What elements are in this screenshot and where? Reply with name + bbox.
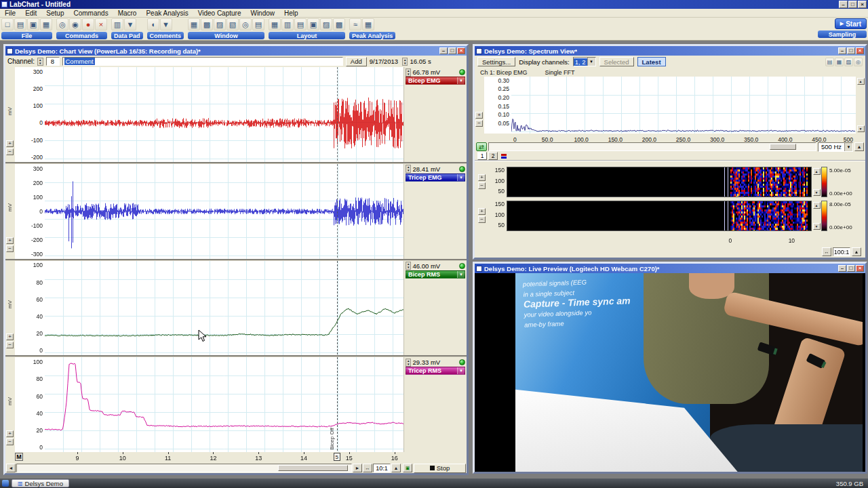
signal-plot[interactable]: Bicep Off	[45, 357, 403, 452]
time-stepper[interactable]: ▲▼	[402, 58, 408, 66]
minimize-button[interactable]: –	[838, 265, 846, 272]
restore-button[interactable]: □	[847, 265, 855, 272]
tab-channel-2[interactable]: 2	[488, 152, 498, 160]
value-stepper[interactable]: ▲▼	[406, 68, 411, 77]
restore-button[interactable]: □	[448, 47, 456, 54]
latest-button[interactable]: Latest	[637, 57, 666, 66]
channel-status-icon[interactable]	[459, 263, 465, 269]
channel-status-icon[interactable]	[459, 69, 465, 75]
toolbar-group-label[interactable]: Data Pad	[111, 32, 143, 39]
settings-icon[interactable]: ◎	[854, 58, 863, 66]
zoom-out-button[interactable]: −	[478, 182, 486, 189]
minimize-button[interactable]: –	[439, 47, 448, 54]
app-close-button[interactable]: ×	[858, 1, 867, 8]
channel-status-icon[interactable]	[459, 166, 465, 172]
table-icon[interactable]: ▦	[362, 18, 374, 30]
menu-help[interactable]: Help	[279, 9, 303, 17]
app-maximize-button[interactable]: □	[848, 1, 857, 8]
tile-icon[interactable]: ▦	[188, 18, 200, 30]
menu-peak-analysis[interactable]: Peak Analysis	[141, 9, 193, 17]
channel-stepper[interactable]: ▲▼	[37, 58, 43, 66]
signal-plot[interactable]	[45, 164, 403, 259]
arrange-icon[interactable]: ▩	[333, 18, 345, 30]
menu-window[interactable]: Window	[245, 9, 279, 17]
scrollbar-thumb[interactable]	[770, 144, 796, 150]
fft-scrollbar[interactable]	[488, 142, 816, 151]
open-file-icon[interactable]: ▤	[14, 18, 26, 30]
close-button[interactable]: ×	[856, 47, 864, 54]
scale-down-button[interactable]: ▼	[857, 125, 865, 132]
menu-macro[interactable]: Macro	[113, 9, 142, 17]
find-icon[interactable]: ◎	[56, 18, 68, 30]
channel-name-button[interactable]: Tricep RMS▼	[406, 367, 465, 375]
settings-button[interactable]: Settings...	[477, 57, 515, 66]
channel-status-icon[interactable]	[459, 359, 465, 365]
down-arrow-icon[interactable]: ▼	[407, 266, 410, 269]
tab-channel-1[interactable]: 1	[477, 152, 487, 160]
zoom-in-button[interactable]: +	[478, 174, 486, 181]
toolbar-group-label[interactable]: Window	[188, 32, 264, 39]
add-comment-button[interactable]: Add	[346, 57, 367, 66]
print-icon[interactable]: ▦	[40, 18, 52, 30]
comment-input[interactable]: Comment	[62, 57, 343, 66]
scale-down-button[interactable]: ▼	[813, 189, 821, 196]
zoom-out-button[interactable]: −	[6, 148, 14, 155]
stop-button[interactable]: Stop	[414, 464, 466, 473]
toolbar-group-label[interactable]: Commands	[56, 32, 107, 39]
comment-marker[interactable]: 5	[334, 453, 340, 461]
channel-name-button[interactable]: Bicep EMG▼	[406, 77, 465, 85]
chart-view-icon[interactable]: ▨	[214, 18, 226, 30]
palette-icon[interactable]: ▨	[844, 58, 853, 66]
xy-view-icon[interactable]: ▧	[226, 18, 239, 30]
menu-commands[interactable]: Commands	[69, 9, 113, 17]
selected-button[interactable]: Selected	[599, 57, 634, 66]
zoom-window-icon[interactable]: ◎	[239, 18, 252, 30]
layout-grid-icon[interactable]: ▦	[269, 18, 281, 30]
chevron-down-icon[interactable]: ▼	[587, 58, 595, 66]
channel-name-button[interactable]: Bicep RMS▼	[406, 270, 465, 279]
add-col-icon[interactable]: ▤	[294, 18, 307, 30]
compress-axis-button[interactable]: ↔	[822, 247, 831, 256]
refresh-button[interactable]: ⇄	[476, 142, 487, 151]
new-file-icon[interactable]: □	[1, 18, 14, 30]
channel-name-button[interactable]: Tricep EMG▼	[406, 174, 465, 182]
zoom-in-button[interactable]: +	[478, 208, 486, 215]
down-arrow-icon[interactable]: ▼	[403, 62, 406, 65]
value-stepper[interactable]: ▲▼	[406, 165, 411, 173]
start-button[interactable]: ▶ Start	[835, 18, 867, 29]
toolbar-group-label[interactable]: Comments	[147, 32, 184, 39]
down-arrow-icon[interactable]: ▼	[407, 73, 410, 76]
menu-video-capture[interactable]: Video Capture	[193, 9, 246, 17]
frequency-range-select[interactable]: 500 Hz ▼	[818, 142, 853, 152]
fft-plot[interactable]	[511, 77, 856, 134]
close-button[interactable]: ×	[856, 265, 864, 272]
peaks-icon[interactable]: ≈	[349, 18, 361, 30]
zoom-in-button[interactable]: +	[6, 140, 14, 147]
dropdown-icon[interactable]: ▼	[124, 18, 136, 30]
split-icon[interactable]: ▨	[320, 18, 332, 30]
down-arrow-icon[interactable]: ▼	[407, 169, 410, 172]
data-pad-icon[interactable]: ▥	[111, 18, 123, 30]
scroll-left-button[interactable]: ◄	[6, 464, 16, 472]
compress-time-axis-button[interactable]: ↔	[363, 464, 372, 472]
zoom-in-button[interactable]: +	[475, 112, 483, 119]
value-stepper[interactable]: ▲▼	[406, 262, 411, 270]
scale-down-button[interactable]: ▼	[813, 223, 821, 230]
zoom-out-button[interactable]: −	[6, 245, 14, 252]
zoom-out-button[interactable]: −	[6, 439, 14, 445]
chevron-down-icon[interactable]: ▼	[844, 143, 852, 151]
signal-plot[interactable]	[45, 67, 403, 162]
zoom-in-button[interactable]: +	[6, 237, 14, 244]
expand-frequency-axis-button[interactable]: ▲	[854, 142, 864, 151]
menu-edit[interactable]: Edit	[20, 9, 41, 17]
down-arrow-icon[interactable]: ▼	[39, 62, 41, 65]
expand-axis-button[interactable]: ▲	[852, 247, 861, 256]
delete-icon[interactable]: ×	[95, 18, 107, 30]
spectrogram-zoom-ratio[interactable]: 100:1	[833, 247, 850, 256]
merge-icon[interactable]: ▣	[307, 18, 319, 30]
expand-time-axis-button[interactable]: ▲	[391, 464, 401, 472]
zoom-in-button[interactable]: +	[6, 430, 14, 437]
toolbar-group-label[interactable]: Layout	[269, 32, 345, 39]
app-titlebar[interactable]: LabChart - Untitled – □ ×	[0, 0, 868, 9]
zoom-out-button[interactable]: −	[6, 342, 14, 348]
